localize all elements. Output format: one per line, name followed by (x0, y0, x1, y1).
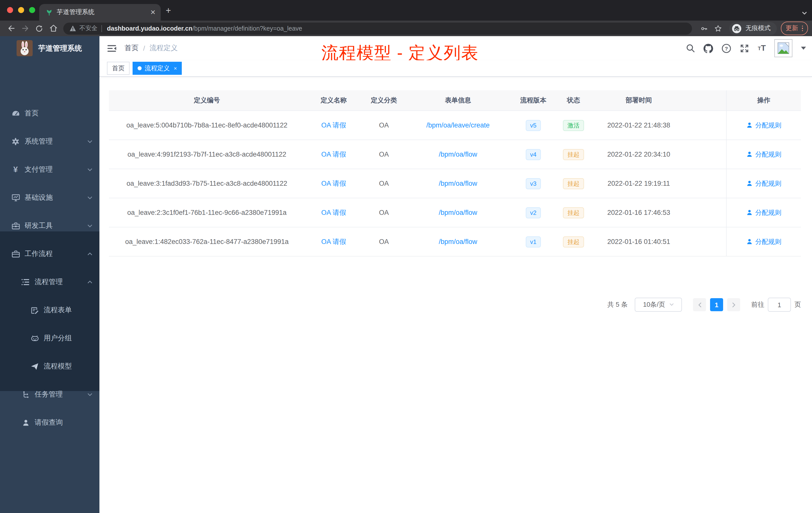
form-info-link[interactable]: /bpm/oa/flow (439, 238, 477, 245)
definition-name-link[interactable]: OA 请假 (321, 150, 346, 158)
cell-definition-name: OA 请假 (305, 237, 362, 246)
sidebar-logo-row[interactable]: 芋道管理系统 (0, 36, 99, 60)
sidebar-item-payment[interactable]: ¥ 支付管理 (0, 156, 99, 184)
chevron-right-icon (732, 302, 735, 307)
assign-rule-link[interactable]: 分配规则 (755, 121, 781, 130)
assign-rule-link[interactable]: 分配规则 (755, 150, 781, 159)
assign-rule-link[interactable]: 分配规则 (755, 208, 781, 217)
definition-name-link[interactable]: OA 请假 (321, 238, 346, 245)
form-info-link[interactable]: /bpm/oa/flow (439, 180, 477, 187)
reload-icon[interactable] (32, 22, 46, 35)
back-icon[interactable] (4, 22, 18, 35)
tab-search-icon[interactable] (802, 8, 807, 17)
forward-icon[interactable] (18, 22, 32, 35)
form-info-link[interactable]: /bpm/oa/leave/create (426, 121, 490, 129)
assign-rule-button[interactable]: 分配规则 (746, 179, 781, 188)
url-path: /bpm/manager/definition?key=oa_leave (192, 25, 302, 32)
caret-down-icon[interactable] (801, 47, 806, 50)
goto-label: 前往 (751, 300, 764, 309)
search-icon[interactable] (686, 44, 695, 53)
password-key-icon[interactable] (697, 22, 711, 35)
svg-text:?: ? (725, 46, 728, 51)
sidebar-item-process-form[interactable]: 流程表单 (0, 296, 99, 324)
not-secure-warning-icon (69, 25, 76, 32)
assign-rule-button[interactable]: 分配规则 (746, 121, 781, 130)
sidebar-item-label: 首页 (25, 109, 39, 118)
url-bar[interactable]: 不安全 dashboard.yudao.iocoder.cn/bpm/manag… (63, 22, 692, 34)
definition-name-link[interactable]: OA 请假 (321, 209, 346, 216)
browser-menu-icon[interactable] (802, 26, 803, 31)
column-header-form-info: 表单信息 (405, 96, 511, 105)
github-icon[interactable] (703, 43, 713, 53)
cell-definition-id: oa_leave:3:1fad3d93-7b75-11ec-a3c8-acde4… (109, 180, 305, 187)
form-info-link[interactable]: /bpm/oa/flow (439, 151, 477, 158)
sidebar-item-infrastructure[interactable]: 基础设施 (0, 184, 99, 212)
cell-form-info: /bpm/oa/flow (405, 180, 511, 187)
header-actions: ? TT (686, 36, 806, 60)
macos-minimize-button[interactable] (18, 7, 24, 13)
chevron-up-icon (87, 252, 92, 256)
tag-process-definition[interactable]: 流程定义 × (133, 62, 182, 75)
app-window: 芋道管理系统 首页 系统管理 ¥ (0, 36, 812, 513)
sidebar-item-label: 请假查询 (35, 418, 63, 427)
sidebar-item-leave-query[interactable]: 请假查询 (0, 409, 99, 437)
form-info-link[interactable]: /bpm/oa/flow (439, 209, 477, 216)
sidebar-item-workflow[interactable]: 工作流程 (0, 240, 99, 268)
assign-rule-button[interactable]: 分配规则 (746, 150, 781, 159)
sidebar-item-label: 任务管理 (35, 390, 63, 399)
cell-definition-category: OA (362, 238, 405, 245)
version-tag: v5 (525, 120, 541, 131)
table-row: oa_leave:2:3c1f0ef1-76b1-11ec-9c66-a2380… (109, 198, 801, 228)
prev-page-button[interactable] (693, 298, 706, 311)
new-tab-button[interactable]: + (166, 6, 171, 15)
sidebar-item-label: 基础设施 (25, 193, 53, 202)
version-tag: v2 (525, 207, 541, 218)
incognito-icon (731, 23, 742, 34)
sidebar-item-task-management[interactable]: 任务管理 (0, 381, 99, 409)
breadcrumb-home[interactable]: 首页 (124, 44, 139, 53)
bookmark-star-icon[interactable] (711, 22, 725, 35)
avatar[interactable] (774, 39, 792, 57)
tab-title: 芋道管理系统 (57, 8, 150, 17)
yen-icon: ¥ (11, 165, 20, 174)
sidebar-item-devtools[interactable]: 研发工具 (0, 212, 99, 240)
fullscreen-icon[interactable] (740, 43, 749, 53)
assign-rule-button[interactable]: 分配规则 (746, 208, 781, 217)
tag-close-icon[interactable]: × (174, 65, 177, 71)
assign-rule-link[interactable]: 分配规则 (755, 179, 781, 188)
definition-name-link[interactable]: OA 请假 (321, 179, 346, 187)
briefcase-icon (11, 250, 20, 258)
assign-rule-button[interactable]: 分配规则 (746, 237, 781, 246)
chevron-down-icon (87, 393, 92, 397)
sidebar-item-process-management[interactable]: 流程管理 (0, 268, 99, 296)
assign-rule-link[interactable]: 分配规则 (755, 237, 781, 246)
tab-close-icon[interactable]: ✕ (150, 9, 156, 16)
hamburger-fold-icon[interactable] (107, 44, 116, 53)
home-icon[interactable] (46, 22, 60, 35)
browser-tab[interactable]: 芋道管理系统 ✕ (39, 4, 161, 21)
goto-page-input[interactable] (768, 298, 791, 312)
sidebar-item-user-group[interactable]: 用户分组 (0, 324, 99, 352)
sidebar-item-home[interactable]: 首页 (0, 99, 99, 127)
user-icon (746, 180, 753, 187)
next-page-button[interactable] (727, 298, 740, 311)
sidebar-item-system[interactable]: 系统管理 (0, 127, 99, 156)
app-title: 芋道管理系统 (38, 43, 82, 53)
sidebar-menu: 首页 系统管理 ¥ 支付管理 (0, 99, 99, 437)
cell-definition-id: oa_leave:1:482ec033-762a-11ec-8477-a2380… (109, 238, 305, 245)
page-size-select[interactable]: 10条/页 (635, 298, 682, 312)
help-icon[interactable]: ? (722, 43, 731, 53)
sidebar-item-process-model[interactable]: 流程模型 (0, 352, 99, 381)
table-row: oa_leave:5:004b710b-7b8a-11ec-8ef0-acde4… (109, 111, 801, 140)
cell-actions: 分配规则 (726, 228, 801, 256)
font-size-icon[interactable]: TT (758, 44, 766, 53)
page-suffix: 页 (794, 300, 801, 309)
breadcrumb-current: 流程定义 (150, 44, 178, 53)
cell-definition-name: OA 请假 (305, 179, 362, 188)
page-number-current[interactable]: 1 (710, 298, 723, 311)
definition-name-link[interactable]: OA 请假 (321, 121, 346, 129)
macos-close-button[interactable] (7, 7, 13, 13)
tag-home[interactable]: 首页 (107, 62, 129, 75)
macos-zoom-button[interactable] (29, 7, 35, 13)
browser-update-button[interactable]: 更新 (781, 22, 808, 35)
